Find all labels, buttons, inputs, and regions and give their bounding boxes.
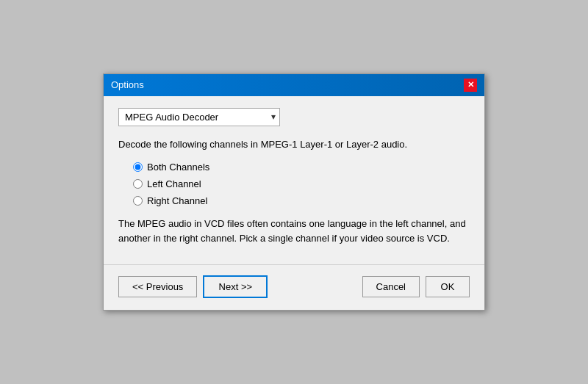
cancel-button[interactable]: Cancel (362, 276, 420, 297)
dropdown-row: MPEG Audio Decoder (118, 108, 470, 126)
radio-left-channel[interactable]: Left Channel (133, 178, 470, 189)
description-text: Decode the following channels in MPEG-1 … (118, 138, 470, 151)
button-row: << Previous Next >> Cancel OK (104, 264, 484, 310)
next-button[interactable]: Next >> (203, 275, 268, 298)
dialog-content: MPEG Audio Decoder Decode the following … (104, 96, 484, 264)
radio-right-label: Right Channel (147, 195, 207, 206)
radio-both-label: Both Channels (147, 162, 209, 173)
info-text: The MPEG audio in VCD files often contai… (118, 217, 470, 245)
close-button[interactable]: ✕ (464, 79, 477, 92)
radio-both-input[interactable] (133, 162, 143, 172)
radio-left-label: Left Channel (147, 178, 201, 189)
ok-button[interactable]: OK (426, 276, 470, 297)
radio-right-input[interactable] (133, 196, 143, 206)
previous-button[interactable]: << Previous (118, 276, 197, 297)
dialog-title: Options (111, 79, 144, 90)
dropdown-wrapper[interactable]: MPEG Audio Decoder (118, 108, 280, 126)
radio-right-channel[interactable]: Right Channel (133, 195, 470, 206)
radio-group: Both Channels Left Channel Right Channel (118, 162, 470, 206)
radio-left-input[interactable] (133, 179, 143, 189)
radio-both-channels[interactable]: Both Channels (133, 162, 470, 173)
right-buttons: Cancel OK (362, 276, 470, 297)
decoder-dropdown[interactable]: MPEG Audio Decoder (118, 108, 280, 126)
title-bar: Options ✕ (104, 74, 484, 96)
options-dialog: Options ✕ MPEG Audio Decoder Decode the … (103, 73, 485, 311)
